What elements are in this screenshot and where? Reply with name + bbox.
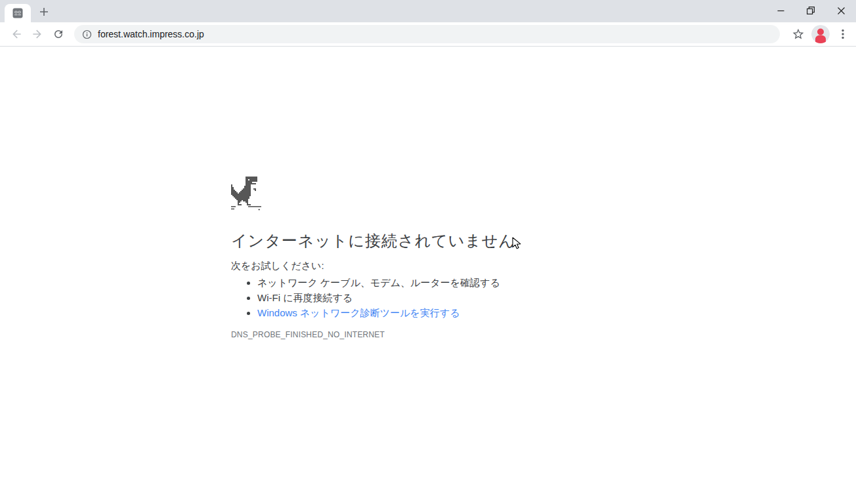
browser-tab[interactable] [5,4,31,22]
restore-button[interactable] [796,0,826,21]
info-icon[interactable] [82,30,92,39]
suggestion-item: ネットワーク ケーブル、モデム、ルーターを確認する [257,275,500,290]
error-code: DNS_PROBE_FINISHED_NO_INTERNET [231,330,385,339]
reload-icon [53,28,64,40]
suggestions-title: 次をお試しください: [231,260,324,272]
forward-button[interactable] [28,25,47,43]
url-text[interactable]: forest.watch.impress.co.jp [98,29,204,39]
offline-page-favicon [12,8,23,18]
error-heading: インターネットに接続されていません [231,230,515,251]
address-bar[interactable]: forest.watch.impress.co.jp [74,25,780,43]
new-tab-button[interactable] [38,6,50,18]
close-button[interactable] [826,0,856,21]
suggestion-text: ネットワーク ケーブル、モデム、ルーターを確認する [257,277,500,288]
plus-icon [39,7,49,16]
profile-button[interactable] [811,25,830,43]
back-arrow-icon [10,28,23,41]
suggestion-item: Wi-Fi に再度接続する [257,290,500,305]
close-icon [838,7,845,14]
diagnostics-link[interactable]: Windows ネットワーク診断ツールを実行する [257,307,460,318]
suggestion-text: Wi-Fi に再度接続する [257,292,353,303]
menu-button[interactable] [834,25,852,43]
error-main: インターネットに接続されていません 次をお試しください: ネットワーク ケーブル… [231,177,586,360]
profile-avatar-icon [811,25,830,43]
star-icon [792,28,805,41]
reload-button[interactable] [49,25,68,43]
minimize-button[interactable] [765,0,796,21]
suggestion-list: ネットワーク ケーブル、モデム、ルーターを確認する Wi-Fi に再度接続する … [231,275,500,320]
suggestion-item: Windows ネットワーク診断ツールを実行する [257,305,500,320]
window-controls [765,0,856,21]
restore-icon [807,7,815,14]
dino-offline-icon [231,177,261,211]
browser-toolbar: forest.watch.impress.co.jp [0,22,856,47]
bookmark-button[interactable] [789,25,807,43]
error-page: インターネットに接続されていません 次をお試しください: ネットワーク ケーブル… [0,47,856,503]
title-bar [0,0,856,22]
three-dot-menu-icon [838,28,848,40]
minimize-icon [777,7,784,14]
back-button[interactable] [7,25,26,43]
forward-arrow-icon [31,28,44,41]
